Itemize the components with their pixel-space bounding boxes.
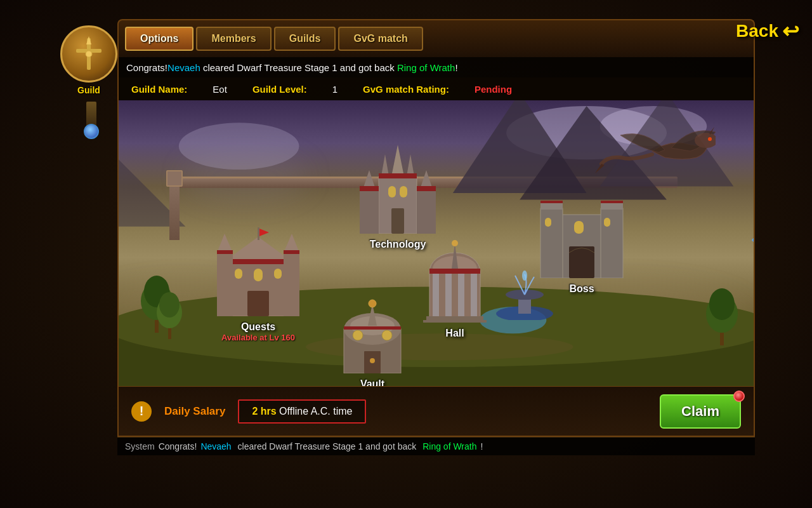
svg-marker-79 [259,229,269,236]
svg-rect-77 [247,291,269,316]
system-prefix: Congrats! [159,441,197,451]
guild-title: Guild [57,85,121,95]
quests-sublabel: Available at Lv 160 [207,333,309,342]
svg-rect-42 [417,186,436,191]
system-label: System [125,441,155,451]
svg-rect-66 [601,201,623,203]
building-quests[interactable]: Quests Available at Lv 160 [207,227,309,342]
offline-time-box: 2 hrs Offline A.C. time [238,399,366,424]
system-player: Nevaeh [200,441,231,451]
tab-options-label: Options [140,33,178,44]
wall-left-tower [169,177,180,240]
svg-rect-78 [258,227,259,240]
system-suffix: ! [481,441,483,451]
svg-rect-39 [417,189,436,234]
exclamation-icon: ! [131,401,152,422]
system-item: Ring of Wrath [422,441,476,451]
claim-gem [733,391,745,402]
claim-button[interactable]: Claim [660,394,741,429]
svg-point-6 [179,123,299,170]
svg-rect-52 [423,320,487,323]
boss-label: Boss [531,283,632,295]
nav-bar: Options Members Guilds GvG match [117,19,755,57]
svg-rect-48 [445,272,452,323]
emblem-circle [60,25,117,83]
building-technology[interactable]: Technology [341,138,455,250]
svg-rect-41 [360,186,379,191]
back-arrow-icon: ↩ [782,19,799,43]
svg-rect-70 [217,253,233,316]
notif-suffix: ! [455,62,457,73]
building-hall[interactable]: Hall [410,240,499,339]
guild-name-label: Guild Name: [131,84,187,95]
back-button[interactable]: Back ↩ [736,19,799,43]
offline-label: Offline A.C. time [279,406,352,417]
tab-gvg-label: GvG match [353,33,407,44]
claim-label: Claim [681,403,719,419]
tab-gvg[interactable]: GvG match [338,27,422,51]
svg-rect-69 [223,259,293,264]
main-container: Guild Options Members Guilds GvG match C… [57,19,755,489]
boss-building-svg [531,177,632,278]
svg-rect-50 [471,272,477,323]
svg-rect-61 [545,218,551,227]
tab-options[interactable]: Options [125,27,193,51]
svg-rect-81 [284,250,299,254]
building-boss[interactable]: Boss [531,177,632,295]
svg-point-29 [522,271,527,281]
svg-rect-37 [360,189,379,234]
svg-point-88 [382,330,392,340]
notif-item: Ring of Wrath [397,62,455,73]
svg-point-16 [708,137,712,141]
svg-point-90 [370,358,375,363]
vault-building-svg [331,291,414,373]
tab-guilds[interactable]: Guilds [274,27,336,51]
svg-rect-76 [274,269,282,279]
tab-guilds-label: Guilds [289,33,321,44]
svg-point-25 [709,288,735,320]
tab-members[interactable]: Members [196,27,271,51]
svg-rect-58 [601,208,623,278]
svg-rect-91 [344,326,401,330]
notification-bar: Congrats! Nevaeh cleared Dwarf Treasure … [117,57,755,77]
notif-middle: cleared Dwarf Treasure Stage 1 and got b… [200,62,397,73]
guild-name-value: Eot [213,84,227,95]
building-vault[interactable]: Vault [328,291,417,386]
technology-building-svg [347,138,449,234]
tab-members-label: Members [211,33,256,44]
svg-rect-35 [400,186,407,197]
svg-point-55 [452,240,458,246]
svg-rect-49 [458,272,464,323]
offline-hours: 2 hrs [252,406,276,417]
svg-rect-36 [391,208,404,234]
system-middle: cleared Dwarf Treasure Stage 1 and got b… [235,441,419,451]
svg-rect-63 [574,221,584,234]
svg-marker-68 [223,237,293,262]
back-label: Back [736,21,778,41]
salary-bar: ! Daily Salary 2 hrs Offline A.C. time C… [117,386,755,437]
hall-label: Hall [410,328,499,339]
tree-right-1 [703,282,741,348]
svg-rect-80 [217,250,233,254]
svg-rect-62 [604,218,610,227]
tree-left-2 [154,288,185,342]
quests-label: Quests [207,321,309,333]
guild-emblem: Guild [57,19,121,121]
vault-label: Vault [328,378,417,386]
daily-salary-label: Daily Salary [164,405,225,418]
emblem-icon [70,35,108,73]
svg-rect-43 [379,173,417,178]
svg-marker-31 [391,145,404,177]
scene-area: Technology [117,100,755,386]
svg-point-22 [159,292,180,318]
svg-point-86 [369,300,376,307]
guild-info-bar: Guild Name: Eot Guild Level: 1 GvG match… [117,77,755,100]
svg-point-87 [353,330,363,340]
svg-point-3 [86,51,92,57]
hall-building-svg [414,240,496,323]
svg-rect-34 [388,186,396,197]
svg-rect-72 [284,253,299,316]
guild-rating-value: Pending [475,84,512,95]
notif-prefix: Congrats! [126,62,167,73]
system-bar: System Congrats! Nevaeh cleared Dwarf Tr… [117,437,755,455]
